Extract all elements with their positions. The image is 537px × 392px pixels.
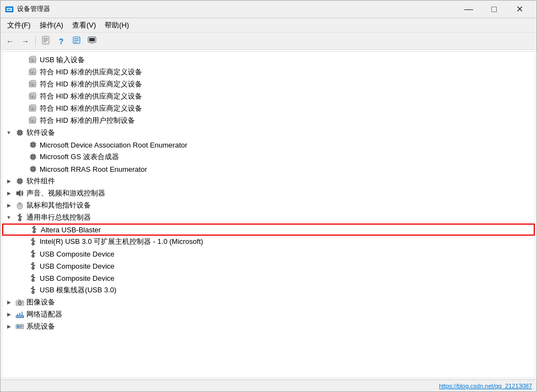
- tree-item-hid5[interactable]: 符合 HID 标准的用户控制设备: [2, 115, 535, 127]
- tree-item-ms-device-assoc[interactable]: Microsoft Device Association Root Enumer…: [2, 139, 535, 151]
- svg-rect-68: [32, 141, 32, 143]
- expand-icon-sound[interactable]: ▶: [4, 189, 13, 198]
- expand-icon-system-devices[interactable]: ▶: [4, 322, 13, 331]
- svg-rect-51: [31, 120, 34, 121]
- device-manager-window: 设备管理器 — □ ✕ 文件(F) 操作(A) 查看(V) 帮助(H) ← →: [0, 0, 537, 392]
- menu-help[interactable]: 帮助(H): [100, 19, 133, 32]
- help-button[interactable]: ?: [54, 35, 68, 48]
- svg-rect-108: [18, 215, 19, 216]
- tree-item-usb-controllers[interactable]: ▼ 通用串行总线控制器: [2, 211, 535, 224]
- svg-rect-77: [35, 157, 36, 158]
- svg-rect-58: [19, 129, 19, 130]
- tree-item-usb-root[interactable]: USB 根集线器(USB 3.0): [2, 284, 535, 296]
- menu-action[interactable]: 操作(A): [35, 19, 68, 32]
- svg-rect-27: [31, 72, 34, 73]
- monitor-icon: [88, 36, 96, 46]
- svg-marker-109: [18, 214, 21, 215]
- tree-item-hid2[interactable]: 符合 HID 标准的供应商定义设备: [2, 78, 535, 90]
- device-icon-sound: [15, 188, 25, 198]
- expand-icon-usb-composite1: [18, 249, 26, 258]
- expand-icon-ms-rras: [18, 165, 26, 173]
- svg-marker-102: [17, 190, 20, 197]
- svg-rect-15: [90, 43, 94, 44]
- device-label-mouse: 鼠标和其他指针设备: [26, 200, 91, 210]
- expand-icon-usb-controllers[interactable]: ▼: [4, 213, 13, 222]
- expand-icon-hid4: [18, 104, 26, 113]
- expand-icon-software-devices[interactable]: ▼: [4, 128, 13, 137]
- status-link[interactable]: https://blog.csdn.net/qq_21213087: [439, 383, 532, 389]
- tree-item-ms-gs[interactable]: Microsoft GS 波表合成器: [2, 151, 535, 163]
- tree-item-sound[interactable]: ▶ 声音、视频和游戏控制器: [2, 187, 535, 199]
- svg-rect-116: [35, 228, 36, 230]
- expand-icon-image-devices[interactable]: ▶: [4, 298, 13, 307]
- tree-item-usb-composite1[interactable]: USB Composite Device: [2, 248, 535, 260]
- svg-rect-66: [35, 144, 36, 144]
- svg-rect-37: [31, 94, 32, 95]
- tree-item-usb-input[interactable]: USB 输入设备: [2, 54, 535, 66]
- device-icon-ms-gs: [28, 152, 38, 162]
- menu-file[interactable]: 文件(F): [3, 19, 35, 32]
- svg-rect-96: [22, 180, 23, 181]
- details-button[interactable]: [69, 35, 84, 48]
- svg-rect-32: [33, 82, 34, 83]
- tree-item-hid1[interactable]: 符合 HID 标准的供应商定义设备: [2, 66, 535, 78]
- expand-icon-mouse[interactable]: ▶: [4, 201, 13, 210]
- minimize-button[interactable]: —: [456, 1, 481, 18]
- svg-rect-97: [22, 182, 23, 182]
- tree-item-hid4[interactable]: 符合 HID 标准的供应商定义设备: [2, 102, 535, 115]
- forward-button[interactable]: →: [18, 35, 32, 48]
- tree-item-mouse[interactable]: ▶ 鼠标和其他指针设备: [2, 199, 535, 211]
- tree-item-altera[interactable]: Altera USB-Blaster: [2, 224, 535, 236]
- svg-point-118: [34, 231, 35, 232]
- device-icon-hid5: [28, 116, 38, 126]
- tree-item-ms-rras[interactable]: Microsoft RRAS Root Enumerator: [2, 163, 535, 175]
- properties-button[interactable]: [39, 35, 53, 48]
- svg-rect-165: [20, 327, 21, 328]
- toolbar-separator-1: [35, 36, 36, 47]
- svg-rect-79: [34, 154, 34, 155]
- tree-item-software-devices[interactable]: ▼ 软件设备: [2, 127, 535, 139]
- svg-rect-65: [30, 145, 31, 146]
- svg-marker-133: [31, 262, 35, 263]
- svg-marker-121: [31, 238, 35, 239]
- expand-icon-intel-usb3: [18, 237, 26, 246]
- expand-icon-usb-composite2: [18, 262, 26, 270]
- svg-rect-94: [17, 180, 18, 181]
- device-label-software-component: 软件组件: [26, 176, 55, 186]
- svg-rect-138: [31, 276, 32, 277]
- menu-view[interactable]: 查看(V): [68, 19, 100, 32]
- svg-rect-75: [30, 157, 31, 158]
- back-button[interactable]: ←: [3, 35, 17, 48]
- svg-rect-126: [31, 252, 32, 253]
- tree-item-usb-composite2[interactable]: USB Composite Device: [2, 260, 535, 272]
- tree-item-image-devices[interactable]: ▶ 图像设备: [2, 296, 535, 308]
- expand-icon-usb-composite3: [18, 274, 26, 282]
- maximize-button[interactable]: □: [481, 1, 507, 18]
- svg-rect-99: [20, 178, 21, 179]
- svg-point-112: [19, 219, 20, 220]
- device-label-usb-controllers: 通用串行总线控制器: [26, 213, 91, 222]
- device-label-ms-device-assoc: Microsoft Device Association Root Enumer…: [40, 141, 187, 149]
- svg-rect-140: [34, 277, 35, 278]
- svg-rect-134: [34, 265, 35, 266]
- svg-rect-89: [34, 166, 34, 167]
- tree-item-usb-composite3[interactable]: USB Composite Device: [2, 272, 535, 284]
- device-label-image-devices: 图像设备: [26, 297, 55, 307]
- svg-rect-49: [31, 118, 32, 119]
- device-label-ms-rras: Microsoft RRAS Root Enumerator: [40, 165, 147, 173]
- expand-icon-software-component[interactable]: ▶: [4, 177, 13, 186]
- tree-item-system-devices[interactable]: ▶ 系统设备: [2, 320, 535, 333]
- tree-item-network-adapters[interactable]: ▶ 网络适配器: [2, 308, 535, 320]
- device-tree[interactable]: USB 输入设备 符合 HID 标准的供应商定义设备 符合 HID 标准的供应商…: [2, 52, 535, 378]
- close-button[interactable]: ✕: [507, 1, 532, 18]
- expand-icon-network-adapters[interactable]: ▶: [4, 310, 13, 319]
- svg-point-151: [19, 302, 21, 304]
- forward-icon: →: [21, 37, 29, 46]
- monitor-button[interactable]: [85, 35, 99, 48]
- tree-item-software-component[interactable]: ▶ 软件组件: [2, 175, 535, 187]
- svg-rect-3: [9, 9, 10, 10]
- svg-point-106: [19, 203, 21, 205]
- svg-rect-83: [31, 167, 35, 171]
- tree-item-intel-usb3[interactable]: Intel(R) USB 3.0 可扩展主机控制器 - 1.0 (Microso…: [2, 236, 535, 248]
- tree-item-hid3[interactable]: 符合 HID 标准的供应商定义设备: [2, 90, 535, 102]
